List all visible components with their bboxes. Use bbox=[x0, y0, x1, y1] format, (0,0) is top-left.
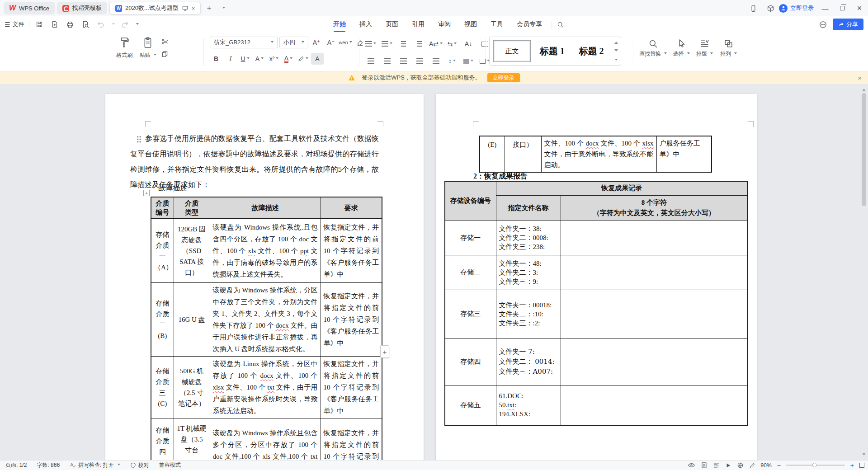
italic-button[interactable]: I bbox=[224, 53, 237, 65]
feedback-icon[interactable] bbox=[819, 20, 827, 29]
char-shading-button[interactable]: A bbox=[311, 53, 324, 65]
web-layout-icon[interactable] bbox=[737, 462, 744, 469]
zoom-slider[interactable] bbox=[786, 465, 845, 466]
font-size-select[interactable]: 小四 bbox=[279, 37, 308, 48]
scroll-up-icon[interactable] bbox=[862, 87, 866, 91]
spellcheck-toggle[interactable]: 拼写检查: 打开 bbox=[70, 461, 120, 469]
zoom-value[interactable]: 90% bbox=[761, 462, 772, 469]
scrollbar-thumb[interactable] bbox=[862, 93, 866, 206]
close-window-button[interactable]: × bbox=[851, 0, 868, 16]
justify-button[interactable] bbox=[413, 55, 426, 67]
select-button[interactable]: 选择 bbox=[673, 39, 690, 58]
table-move-handle[interactable]: + bbox=[143, 190, 150, 196]
proofread-button[interactable]: 校对 bbox=[130, 461, 149, 469]
style-normal[interactable]: 正文 bbox=[493, 40, 531, 62]
distribute-button[interactable] bbox=[429, 55, 442, 67]
mobile-view-icon[interactable] bbox=[745, 0, 762, 16]
text-direction-button[interactable]: A⇄ bbox=[429, 38, 442, 50]
zoom-out-icon[interactable]: − bbox=[777, 462, 781, 469]
find-replace-button[interactable]: 查找替换 bbox=[639, 39, 667, 58]
banner-close-icon[interactable]: × bbox=[858, 71, 862, 84]
style-heading2[interactable]: 标题 2 bbox=[572, 37, 611, 65]
ltr-rtl-button[interactable]: ⇆ bbox=[446, 38, 458, 50]
tab-page[interactable]: 页面 bbox=[379, 16, 405, 33]
avatar[interactable] bbox=[779, 4, 788, 13]
page-indicator[interactable]: 页面: 1/2 bbox=[5, 461, 27, 469]
document-page-2[interactable]: (E) 接口） 文件、100 个 docx 文件、100 个 xlsx 文件，由… bbox=[436, 94, 757, 460]
paste-button[interactable]: 粘贴 bbox=[137, 36, 158, 59]
format-painter-button[interactable]: 格式刷 bbox=[114, 36, 135, 59]
bullet-list-button[interactable] bbox=[364, 38, 377, 50]
font-color-button[interactable]: A bbox=[282, 53, 295, 65]
cut-button[interactable] bbox=[161, 38, 169, 46]
align-left-button[interactable] bbox=[364, 55, 377, 67]
scroll-down-icon[interactable] bbox=[862, 453, 866, 457]
document-page-1[interactable]: 参赛选手使用所提供的数据恢复平台、配套工具软件及技术文件（数据恢复平台使用说明书… bbox=[105, 94, 424, 460]
search-icon[interactable] bbox=[555, 19, 566, 30]
save-button[interactable] bbox=[34, 19, 45, 30]
word-count[interactable]: 字数: 866 bbox=[37, 461, 60, 469]
share-button[interactable]: 分享 bbox=[833, 19, 863, 30]
tab-home[interactable]: 开始 bbox=[326, 16, 353, 33]
tab-insert[interactable]: 插入 bbox=[353, 16, 379, 33]
highlight-color-button[interactable] bbox=[297, 53, 309, 65]
undo-chevron-icon[interactable] bbox=[112, 23, 115, 26]
typeset-button[interactable]: 排版 bbox=[696, 39, 713, 58]
print-preview-button[interactable] bbox=[80, 19, 91, 30]
minimize-button[interactable]: — bbox=[816, 0, 834, 16]
print-button[interactable] bbox=[65, 19, 75, 30]
arrange-button[interactable]: 排列 bbox=[720, 39, 737, 58]
eye-protection-icon[interactable] bbox=[688, 461, 695, 469]
numbered-list-button[interactable] bbox=[381, 38, 393, 50]
shading-button[interactable] bbox=[462, 55, 475, 67]
copy-button[interactable] bbox=[161, 50, 169, 58]
app-tab-wps[interactable]: W WPS Office bbox=[4, 2, 55, 14]
align-right-button[interactable] bbox=[397, 55, 410, 67]
increase-indent-button[interactable] bbox=[413, 38, 426, 50]
align-center-button[interactable] bbox=[381, 55, 393, 67]
styles-scroll-down-icon[interactable] bbox=[611, 47, 621, 56]
tab-list-chevron-icon[interactable] bbox=[217, 2, 229, 14]
decrease-indent-button[interactable] bbox=[397, 38, 410, 50]
close-doc-tab-icon[interactable]: × bbox=[192, 5, 195, 12]
doc-tab[interactable]: W 2020数...试点考题型 × bbox=[109, 2, 201, 14]
line-spacing-button[interactable]: ↕ bbox=[446, 55, 458, 67]
zoom-in-icon[interactable]: + bbox=[850, 462, 854, 469]
tab-review[interactable]: 审阅 bbox=[431, 16, 458, 33]
styles-scroll-up-icon[interactable] bbox=[611, 37, 621, 47]
vertical-scrollbar[interactable] bbox=[861, 85, 867, 459]
style-heading1[interactable]: 标题 1 bbox=[533, 37, 572, 65]
styles-more-icon[interactable] bbox=[611, 56, 621, 65]
zoom-slider-thumb[interactable] bbox=[812, 463, 817, 467]
app-tab-docer[interactable]: 找稻壳模板 bbox=[57, 2, 107, 14]
tab-member[interactable]: 会员专享 bbox=[510, 16, 549, 33]
text-tool-button[interactable]: wén bbox=[339, 37, 352, 48]
tab-view[interactable]: 视图 bbox=[458, 16, 484, 33]
redo-button[interactable] bbox=[119, 19, 130, 30]
tab-tools[interactable]: 工具 bbox=[484, 16, 510, 33]
font-name-select[interactable]: 仿宋_GB2312 bbox=[210, 37, 278, 48]
banner-login-button[interactable]: 立即登录 bbox=[487, 73, 520, 82]
redo-chevron-icon[interactable] bbox=[136, 23, 139, 26]
bold-button[interactable]: B bbox=[210, 53, 222, 65]
sort-button[interactable]: A↓ bbox=[462, 38, 475, 50]
restore-button[interactable] bbox=[834, 0, 851, 16]
table-quick-add-button[interactable]: + bbox=[380, 345, 389, 358]
integration-cube-icon[interactable] bbox=[762, 0, 779, 16]
increase-font-button[interactable]: A⁺ bbox=[310, 37, 323, 48]
new-tab-button[interactable]: ＋ bbox=[203, 2, 215, 14]
tab-reference[interactable]: 引用 bbox=[405, 16, 431, 33]
play-fullscreen-icon[interactable] bbox=[725, 462, 731, 469]
edit-pen-icon[interactable] bbox=[749, 462, 755, 469]
strikethrough-button[interactable]: A bbox=[253, 53, 266, 65]
export-pdf-button[interactable] bbox=[49, 19, 60, 30]
file-menu-button[interactable]: ☰ 文件 bbox=[5, 20, 24, 28]
superscript-button[interactable]: x² bbox=[268, 53, 280, 65]
undo-button[interactable] bbox=[95, 19, 106, 30]
decrease-font-button[interactable]: A⁻ bbox=[325, 37, 337, 48]
login-link[interactable]: 立即登录 bbox=[790, 4, 814, 12]
outline-view-icon[interactable] bbox=[713, 462, 720, 469]
underline-button[interactable]: U bbox=[239, 53, 251, 65]
page-view-icon[interactable] bbox=[701, 462, 708, 469]
fit-page-icon[interactable] bbox=[859, 463, 864, 468]
